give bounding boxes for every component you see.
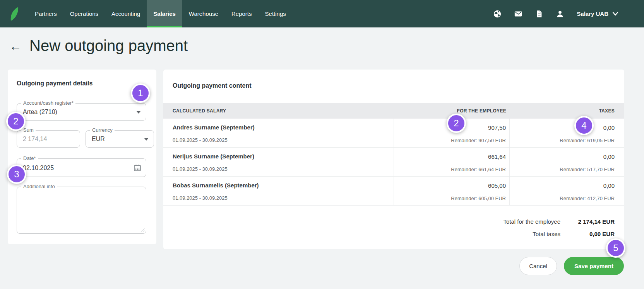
content-heading: Outgoing payment content (173, 82, 252, 89)
account-switcher[interactable]: Salary UAB (577, 10, 618, 17)
employee-remainder: Remainder: 907,50 EUR (451, 138, 506, 143)
taxes-remainder: Remainder: 412,70 EUR (560, 196, 615, 201)
total-taxes-value: 0,00 EUR (560, 231, 615, 237)
employee-name: Bobas Surnamelis (September) (173, 182, 259, 189)
step-badge-5: 5 (606, 238, 625, 258)
sum-field-label: Sum (21, 127, 36, 133)
nav-item-warehouse[interactable]: Warehouse (182, 0, 225, 27)
globe-icon[interactable] (493, 10, 502, 18)
currency-select[interactable]: Currency EUR (86, 130, 154, 148)
salary-period: 01.09.2025 - 30.09.2025 (173, 166, 228, 172)
taxes-amount-cell: 0,00 Remainder: 412,70 EUR (510, 177, 624, 205)
salary-period: 01.09.2025 - 30.09.2025 (173, 195, 228, 201)
back-arrow-icon[interactable]: ← (8, 40, 23, 52)
employee-remainder: Remainder: 605,00 EUR (451, 196, 506, 201)
date-input[interactable]: Date* 02.10.2025 (17, 158, 146, 177)
app-logo (0, 0, 28, 27)
account-field-label: Account/cash register* (21, 100, 75, 106)
column-header-calculated-salary: CALCULATED SALARY (163, 108, 394, 114)
cancel-button[interactable]: Cancel (519, 257, 557, 275)
chevron-down-icon (612, 12, 618, 16)
salary-period: 01.09.2025 - 30.09.2025 (173, 137, 228, 143)
employee-name: Nerijus Surname (September) (173, 153, 254, 160)
textarea-resize-handle[interactable] (140, 228, 145, 232)
employee-amount: 661,64 (488, 153, 506, 160)
dropdown-caret-icon (144, 138, 148, 141)
employee-amount-cell: 661,64 Remainder: 661,64 EUR (394, 148, 510, 176)
total-for-employee-label: Total for the employee (503, 218, 560, 225)
employee-amount-cell: 605,00 Remainder: 605,00 EUR (394, 177, 510, 205)
additional-info-textarea[interactable]: Additional info (17, 187, 146, 234)
table-row: Bobas Surnamelis (September) 01.09.2025 … (163, 177, 624, 206)
column-header-for-the-employee: FOR THE EMPLOYEE (394, 108, 510, 114)
outgoing-payment-content-panel: Outgoing payment content CALCULATED SALA… (163, 70, 624, 249)
nav-item-reports[interactable]: Reports (225, 0, 259, 27)
employee-name: Andres Surname (September) (173, 124, 255, 131)
date-field-label: Date* (21, 155, 38, 161)
taxes-amount-cell: 0,00 Remainder: 517,70 EUR (510, 148, 624, 176)
total-taxes-label: Total taxes (533, 231, 560, 237)
sum-input[interactable]: Sum 2 174,14 (17, 130, 80, 148)
nav-item-accounting[interactable]: Accounting (105, 0, 147, 27)
table-header-row: CALCULATED SALARY FOR THE EMPLOYEE TAXES (163, 103, 624, 119)
table-body: Andres Surname (September) 01.09.2025 - … (163, 119, 624, 206)
taxes-amount-cell: 0,00 Remainder: 619,05 EUR (510, 119, 624, 147)
account-cash-register-select[interactable]: Account/cash register* Artea (2710) (17, 103, 146, 121)
page-header: ← New outgoing payment (8, 37, 188, 54)
currency-field-label: Currency (90, 127, 115, 133)
totals-block: Total for the employee 2 174,14 EUR Tota… (503, 216, 615, 241)
currency-field-value: EUR (86, 131, 154, 148)
taxes-remainder: Remainder: 619,05 EUR (560, 138, 615, 143)
salary-cell: Andres Surname (September) 01.09.2025 - … (163, 119, 394, 147)
page-title: New outgoing payment (29, 37, 188, 54)
calendar-icon[interactable] (134, 164, 141, 172)
sum-field-value: 2 174,14 (17, 131, 80, 148)
step-badge-2-content: 2 (447, 114, 466, 133)
total-for-employee-value: 2 174,14 EUR (560, 218, 615, 225)
user-icon[interactable] (556, 10, 564, 18)
mail-icon[interactable] (514, 10, 522, 18)
dropdown-caret-icon (137, 111, 140, 114)
account-field-value: Artea (2710) (17, 104, 146, 121)
taxes-amount: 0,00 (603, 153, 615, 160)
employee-remainder: Remainder: 661,64 EUR (451, 167, 506, 172)
nav-item-partners[interactable]: Partners (28, 0, 63, 27)
details-heading: Outgoing payment details (17, 80, 92, 87)
step-badge-3: 3 (7, 165, 26, 184)
salary-cell: Bobas Surnamelis (September) 01.09.2025 … (163, 177, 394, 205)
main-menu: Partners Operations Accounting Salaries … (28, 0, 293, 27)
additional-info-label: Additional info (21, 184, 57, 189)
step-badge-1: 1 (131, 83, 150, 103)
nav-item-settings[interactable]: Settings (259, 0, 293, 27)
navbar-right: Salary UAB (493, 0, 644, 27)
salary-cell: Nerijus Surname (September) 01.09.2025 -… (163, 148, 394, 176)
total-taxes-line: Total taxes 0,00 EUR (503, 229, 615, 239)
step-badge-2: 2 (6, 112, 26, 131)
employee-amount: 907,50 (488, 124, 506, 131)
employee-amount: 605,00 (488, 182, 506, 189)
total-for-employee-line: Total for the employee 2 174,14 EUR (503, 216, 615, 226)
date-field-value: 02.10.2025 (17, 159, 146, 177)
document-icon[interactable] (535, 10, 543, 18)
step-badge-4: 4 (574, 116, 594, 135)
leaf-logo-icon (10, 7, 19, 21)
taxes-amount: 0,00 (603, 182, 615, 189)
column-header-taxes: TAXES (510, 108, 624, 114)
table-row: Andres Surname (September) 01.09.2025 - … (163, 119, 624, 148)
taxes-amount: 0,00 (603, 124, 615, 131)
save-payment-button[interactable]: Save payment (564, 257, 624, 275)
taxes-remainder: Remainder: 517,70 EUR (560, 167, 615, 172)
nav-item-salaries[interactable]: Salaries (147, 0, 182, 27)
account-name: Salary UAB (577, 10, 608, 17)
table-row: Nerijus Surname (September) 01.09.2025 -… (163, 148, 624, 177)
nav-item-operations[interactable]: Operations (63, 0, 105, 27)
navbar: Partners Operations Accounting Salaries … (0, 0, 644, 27)
